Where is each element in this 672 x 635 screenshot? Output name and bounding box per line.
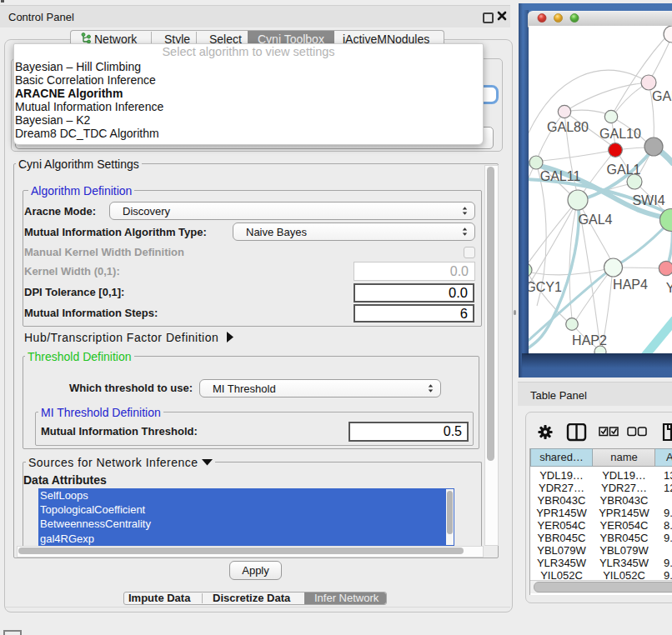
svg-text:GAL7: GAL7 [652, 89, 672, 103]
svg-text:GAL4: GAL4 [579, 212, 613, 227]
svg-text:GCY1: GCY1 [529, 280, 562, 294]
svg-text:GAL11: GAL11 [540, 169, 581, 183]
svg-text:SWI4: SWI4 [632, 193, 664, 208]
svg-text:GAL1: GAL1 [607, 162, 641, 177]
svg-text:GAL10: GAL10 [599, 127, 641, 141]
svg-text:GAL80: GAL80 [547, 120, 589, 134]
svg-text:HAP2: HAP2 [572, 333, 607, 348]
svg-text:Y: Y [666, 281, 672, 295]
svg-text:HAP4: HAP4 [613, 278, 648, 292]
